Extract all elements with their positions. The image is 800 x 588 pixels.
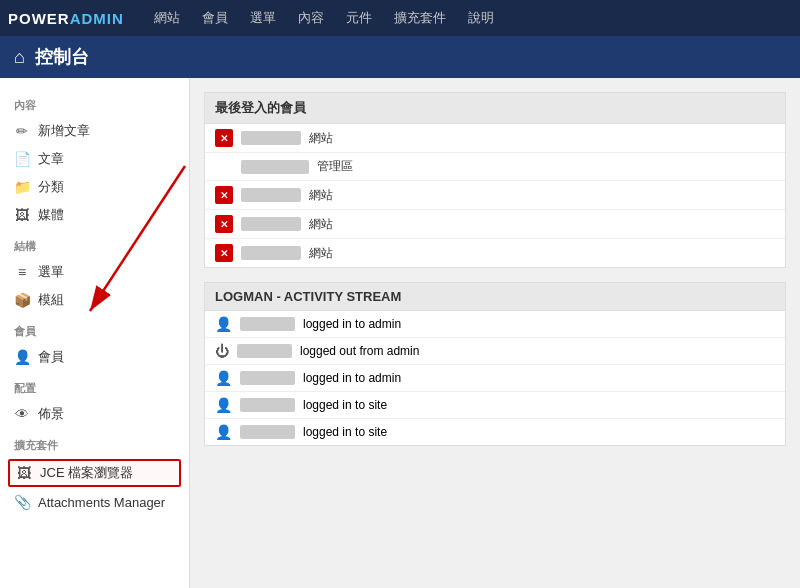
sidebar-icon-文章: 📄 bbox=[14, 151, 30, 167]
brand-logo: POWERADMIN bbox=[8, 10, 124, 27]
sidebar-label-模組: 模組 bbox=[38, 291, 64, 309]
content-area: 最後登入的會員 ✕██████網站████████管理區✕██████網站✕██… bbox=[190, 78, 800, 588]
activity-blurred-1: ██████ bbox=[237, 344, 292, 358]
blurred-username-2: ██████ bbox=[241, 188, 301, 202]
sidebar-label-分類: 分類 bbox=[38, 178, 64, 196]
activity-label-1: logged out from admin bbox=[300, 344, 419, 358]
activity-blurred-2: ██████ bbox=[240, 371, 295, 385]
sidebar-label-選單: 選單 bbox=[38, 263, 64, 281]
sidebar-item-文章[interactable]: 📄文章 bbox=[0, 145, 189, 173]
activity-blurred-0: ██████ bbox=[240, 317, 295, 331]
nav-item-內容[interactable]: 內容 bbox=[288, 3, 334, 33]
activity-label-4: logged in to site bbox=[303, 425, 387, 439]
activity-blurred-3: ██████ bbox=[240, 398, 295, 412]
person-icon-2: 👤 bbox=[215, 370, 232, 386]
sidebar-label-Attachments Manager: Attachments Manager bbox=[38, 495, 165, 510]
nav-item-會員[interactable]: 會員 bbox=[192, 3, 238, 33]
activity-stream-header: LOGMAN - ACTIVITY STREAM bbox=[205, 283, 785, 311]
login-item-1: ████████管理區 bbox=[205, 153, 785, 181]
sidebar-label-文章: 文章 bbox=[38, 150, 64, 168]
sidebar-icon-Attachments Manager: 📎 bbox=[14, 494, 30, 510]
activity-stream-panel: LOGMAN - ACTIVITY STREAM 👤██████logged i… bbox=[204, 282, 786, 446]
login-item-0: ✕██████網站 bbox=[205, 124, 785, 153]
sidebar-item-佈景[interactable]: 👁佈景 bbox=[0, 400, 189, 428]
login-label-3: 網站 bbox=[309, 216, 333, 233]
login-item-2: ✕██████網站 bbox=[205, 181, 785, 210]
sidebar-label-會員: 會員 bbox=[38, 348, 64, 366]
sidebar-item-媒體[interactable]: 🖼媒體 bbox=[0, 201, 189, 229]
brand-power: POWER bbox=[8, 10, 70, 27]
main-layout: 內容✏新增文章📄文章📁分類🖼媒體結構≡選單📦模組會員👤會員配置👁佈景擴充套件🖼J… bbox=[0, 78, 800, 588]
recent-logins-body: ✕██████網站████████管理區✕██████網站✕████網站✕███… bbox=[205, 124, 785, 267]
login-label-2: 網站 bbox=[309, 187, 333, 204]
sidebar-section-結構: 結構 bbox=[0, 229, 189, 258]
sidebar-label-JCE 檔案瀏覽器: JCE 檔案瀏覽器 bbox=[40, 464, 133, 482]
sidebar-section-擴充套件: 擴充套件 bbox=[0, 428, 189, 457]
header-bar: ⌂ 控制台 bbox=[0, 36, 800, 78]
sidebar-item-分類[interactable]: 📁分類 bbox=[0, 173, 189, 201]
activity-label-0: logged in to admin bbox=[303, 317, 401, 331]
sidebar-label-媒體: 媒體 bbox=[38, 206, 64, 224]
login-label-0: 網站 bbox=[309, 130, 333, 147]
sidebar-icon-新增文章: ✏ bbox=[14, 123, 30, 139]
sidebar-label-新增文章: 新增文章 bbox=[38, 122, 90, 140]
nav-item-網站[interactable]: 網站 bbox=[144, 3, 190, 33]
sidebar-icon-佈景: 👁 bbox=[14, 406, 30, 422]
login-label-1: 管理區 bbox=[317, 158, 353, 175]
activity-item-2: 👤██████logged in to admin bbox=[205, 365, 785, 392]
activity-label-3: logged in to site bbox=[303, 398, 387, 412]
sidebar-icon-會員: 👤 bbox=[14, 349, 30, 365]
sidebar-icon-JCE 檔案瀏覽器: 🖼 bbox=[16, 465, 32, 481]
nav-menu: 網站會員選單內容元件擴充套件說明 bbox=[144, 3, 504, 33]
activity-item-1: ⏻██████logged out from admin bbox=[205, 338, 785, 365]
person-icon-4: 👤 bbox=[215, 424, 232, 440]
sidebar-section-會員: 會員 bbox=[0, 314, 189, 343]
sidebar-item-選單[interactable]: ≡選單 bbox=[0, 258, 189, 286]
sidebar-label-佈景: 佈景 bbox=[38, 405, 64, 423]
top-navigation: POWERADMIN 網站會員選單內容元件擴充套件說明 bbox=[0, 0, 800, 36]
nav-item-擴充套件[interactable]: 擴充套件 bbox=[384, 3, 456, 33]
recent-logins-header: 最後登入的會員 bbox=[205, 93, 785, 124]
person-icon-0: 👤 bbox=[215, 316, 232, 332]
home-icon: ⌂ bbox=[14, 47, 25, 68]
login-item-3: ✕████網站 bbox=[205, 210, 785, 239]
blurred-username-4: ████ bbox=[241, 246, 301, 260]
activity-item-0: 👤██████logged in to admin bbox=[205, 311, 785, 338]
sidebar: 內容✏新增文章📄文章📁分類🖼媒體結構≡選單📦模組會員👤會員配置👁佈景擴充套件🖼J… bbox=[0, 78, 190, 588]
sidebar-icon-選單: ≡ bbox=[14, 264, 30, 280]
recent-logins-panel: 最後登入的會員 ✕██████網站████████管理區✕██████網站✕██… bbox=[204, 92, 786, 268]
x-icon-2: ✕ bbox=[215, 186, 233, 204]
login-label-4: 網站 bbox=[309, 245, 333, 262]
sidebar-section-配置: 配置 bbox=[0, 371, 189, 400]
activity-item-3: 👤██████logged in to site bbox=[205, 392, 785, 419]
sidebar-item-會員[interactable]: 👤會員 bbox=[0, 343, 189, 371]
sidebar-icon-分類: 📁 bbox=[14, 179, 30, 195]
blurred-username-3: ████ bbox=[241, 217, 301, 231]
x-icon-3: ✕ bbox=[215, 215, 233, 233]
sidebar-icon-模組: 📦 bbox=[14, 292, 30, 308]
x-icon-4: ✕ bbox=[215, 244, 233, 262]
activity-item-4: 👤██████logged in to site bbox=[205, 419, 785, 445]
sidebar-item-Attachments Manager[interactable]: 📎Attachments Manager bbox=[0, 489, 189, 515]
nav-item-說明[interactable]: 說明 bbox=[458, 3, 504, 33]
sidebar-section-內容: 內容 bbox=[0, 88, 189, 117]
login-item-4: ✕████網站 bbox=[205, 239, 785, 267]
blurred-username-0: ██████ bbox=[241, 131, 301, 145]
brand-admin: ADMIN bbox=[70, 10, 124, 27]
sidebar-item-模組[interactable]: 📦模組 bbox=[0, 286, 189, 314]
activity-stream-body: 👤██████logged in to admin⏻██████logged o… bbox=[205, 311, 785, 445]
x-icon-0: ✕ bbox=[215, 129, 233, 147]
nav-item-選單[interactable]: 選單 bbox=[240, 3, 286, 33]
activity-blurred-4: ██████ bbox=[240, 425, 295, 439]
sidebar-item-JCE 檔案瀏覽器[interactable]: 🖼JCE 檔案瀏覽器 bbox=[8, 459, 181, 487]
page-title: 控制台 bbox=[35, 45, 89, 69]
sidebar-icon-媒體: 🖼 bbox=[14, 207, 30, 223]
person-icon-3: 👤 bbox=[215, 397, 232, 413]
blurred-username-1: ████████ bbox=[241, 160, 309, 174]
nav-item-元件[interactable]: 元件 bbox=[336, 3, 382, 33]
sidebar-item-新增文章[interactable]: ✏新增文章 bbox=[0, 117, 189, 145]
activity-label-2: logged in to admin bbox=[303, 371, 401, 385]
power-icon-1: ⏻ bbox=[215, 343, 229, 359]
